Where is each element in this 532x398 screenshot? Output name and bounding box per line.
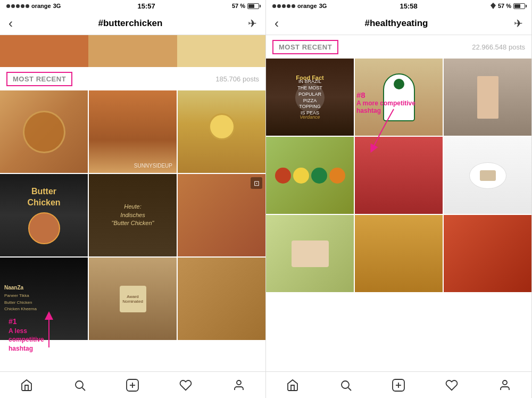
rdot4: [287, 4, 290, 8]
right-posts-count: 22.966.548 posts: [472, 43, 525, 51]
tab-home-left[interactable]: [15, 374, 38, 397]
left-status-right: 57 %: [232, 3, 259, 9]
left-status-bar: orange 3G 15:57 57 %: [0, 0, 265, 12]
svg-marker-7: [491, 3, 496, 9]
rgrid-cell-7[interactable]: [266, 215, 354, 292]
tab-profile-left[interactable]: [227, 374, 251, 397]
right-status-right: 57 %: [491, 3, 525, 9]
svg-line-2: [82, 387, 85, 391]
right-battery-pct: 57 %: [498, 3, 511, 9]
rdot1: [272, 4, 276, 8]
right-signal-dots: [272, 4, 295, 8]
left-share-icon[interactable]: ✈: [248, 17, 257, 30]
dot1: [6, 4, 10, 8]
grid-cell-9[interactable]: [178, 258, 265, 340]
right-share-icon[interactable]: ✈: [514, 17, 523, 30]
dot5: [26, 4, 29, 8]
battery-fill: [248, 4, 254, 8]
signal-dots: [6, 4, 29, 8]
right-battery-icon: [513, 3, 525, 9]
tab-search-left[interactable]: [68, 374, 92, 397]
camera-overlay: ⊡: [251, 177, 262, 189]
rgrid-cell-8[interactable]: [355, 215, 443, 292]
tab-heart-right[interactable]: [440, 374, 463, 397]
right-page-title: #healthyeating: [364, 18, 428, 29]
search-icon-left: [73, 379, 86, 392]
left-status-left: orange 3G: [6, 3, 61, 9]
left-nav-bar: ‹ #butterchicken ✈: [0, 12, 265, 35]
carrier-label: orange: [31, 3, 51, 9]
svg-point-8: [342, 381, 349, 388]
left-most-recent-button[interactable]: MOST RECENT: [6, 72, 72, 86]
tab-profile-right[interactable]: [493, 374, 517, 397]
top-strip-img-2: [88, 35, 177, 67]
grid-cell-5[interactable]: Heute:Indisches"Butter Chicken": [89, 174, 177, 256]
rgrid-cell-1[interactable]: Food Fact IN BRAZIL THE MOST POPULAR PIZ…: [266, 59, 354, 136]
left-posts-count: 185.706 posts: [215, 75, 259, 83]
heart-icon-right: [445, 379, 458, 392]
grid-cell-7[interactable]: NaanZa Paneer TikkaButter ChickenChicken…: [0, 258, 88, 340]
home-icon-left: [20, 379, 33, 392]
tab-home-right[interactable]: [281, 374, 304, 397]
home-icon-right: [286, 379, 299, 392]
grid-cell-1[interactable]: [0, 90, 88, 173]
add-icon-right: [392, 378, 405, 392]
right-time: 15:58: [400, 2, 418, 10]
left-page-title: #butterchicken: [98, 18, 163, 29]
right-status-bar: orange 3G 15:58 57 %: [266, 0, 531, 12]
rgrid-cell-4[interactable]: [266, 137, 354, 214]
left-recent-bar: MOST RECENT 185.706 posts: [0, 67, 265, 90]
right-network-label: 3G: [319, 3, 327, 9]
rgrid-cell-9[interactable]: [444, 215, 531, 292]
dot4: [21, 4, 24, 8]
grid-cell-4[interactable]: ButterChicken: [0, 174, 88, 256]
right-phone-screen: orange 3G 15:58 57 % ‹ #healthyeating ✈ …: [266, 0, 532, 398]
search-icon-right: [339, 379, 352, 392]
top-strip-img-3: [177, 35, 265, 67]
svg-point-1: [76, 381, 83, 388]
heart-icon-left: [179, 379, 192, 392]
rgrid-cell-3[interactable]: [444, 59, 531, 136]
tab-heart-left[interactable]: [174, 374, 197, 397]
left-top-strip: [0, 35, 265, 67]
grid-cell-3[interactable]: [178, 90, 265, 173]
right-back-button[interactable]: ‹: [275, 16, 279, 31]
right-recent-bar: MOST RECENT 22.966.548 posts: [266, 35, 531, 59]
right-carrier-label: orange: [297, 3, 317, 9]
svg-point-13: [503, 380, 507, 385]
gps-icon: [491, 3, 496, 9]
dot2: [11, 4, 15, 8]
grid-cell-8[interactable]: AwardNominated: [89, 258, 177, 340]
tab-add-left[interactable]: [121, 374, 144, 397]
svg-line-9: [348, 387, 351, 391]
profile-icon-right: [498, 379, 511, 392]
tab-add-right[interactable]: [387, 374, 410, 397]
right-tab-bar: [266, 371, 531, 398]
left-back-button[interactable]: ‹: [9, 16, 13, 31]
tab-search-right[interactable]: [334, 374, 358, 397]
rgrid-cell-6[interactable]: [444, 137, 531, 214]
rgrid-cell-5[interactable]: [355, 137, 443, 214]
battery-icon: [247, 3, 259, 9]
add-icon-left: [126, 378, 139, 392]
right-status-left: orange 3G: [272, 3, 327, 9]
left-tab-bar: [0, 371, 265, 398]
dot3: [16, 4, 20, 8]
right-most-recent-button[interactable]: MOST RECENT: [272, 40, 338, 54]
svg-point-6: [237, 380, 241, 385]
rdot2: [277, 4, 281, 8]
right-nav-bar: ‹ #healthyeating ✈: [266, 12, 531, 35]
grid-cell-6[interactable]: ⊡: [178, 174, 265, 256]
rdot5: [292, 4, 295, 8]
right-image-grid: Food Fact IN BRAZIL THE MOST POPULAR PIZ…: [266, 59, 531, 371]
grid-cell-2[interactable]: SUNNYSIDEUP: [89, 90, 177, 173]
network-label: 3G: [53, 3, 61, 9]
right-battery-fill: [514, 4, 520, 8]
rgrid-cell-2[interactable]: [355, 59, 443, 136]
rdot3: [282, 4, 286, 8]
profile-icon-left: [232, 379, 245, 392]
battery-pct: 57 %: [232, 3, 245, 9]
top-strip-img-1: [0, 35, 88, 67]
left-time: 15:57: [138, 2, 155, 10]
left-phone-screen: orange 3G 15:57 57 % ‹ #butterchicken ✈ …: [0, 0, 266, 398]
